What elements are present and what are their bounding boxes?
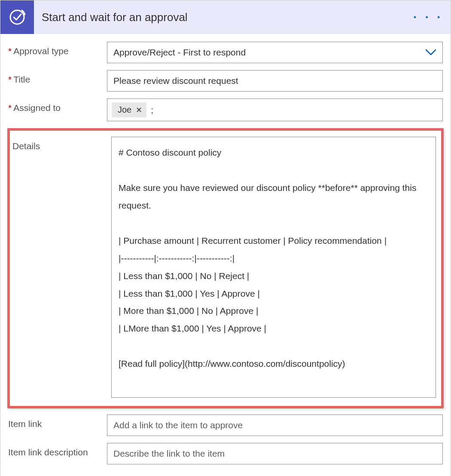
- row-approval-type: Approval type Approve/Reject - First to …: [8, 42, 443, 63]
- row-title: Title: [8, 70, 443, 92]
- label-assigned-to: Assigned to: [8, 98, 107, 113]
- label-details: Details: [10, 137, 111, 151]
- token-text: Joe: [118, 105, 131, 115]
- item-link-desc-input[interactable]: [107, 443, 443, 464]
- item-link-input[interactable]: [107, 415, 443, 436]
- label-approval-type: Approval type: [8, 42, 107, 56]
- card-title: Start and wait for an approval: [34, 11, 188, 24]
- card-header: Start and wait for an approval · · ·: [0, 0, 451, 34]
- token-separator: ;: [149, 105, 153, 115]
- chevron-down-icon: [425, 49, 436, 56]
- svg-point-0: [10, 10, 24, 24]
- row-assigned-to: Assigned to Joe ✕ ;: [8, 98, 443, 121]
- row-details-highlighted: Details: [7, 128, 444, 408]
- card-body: Approval type Approve/Reject - First to …: [0, 34, 451, 476]
- label-item-link-desc: Item link description: [8, 443, 107, 458]
- row-item-link-desc: Item link description: [8, 443, 443, 464]
- ellipsis-icon: · · ·: [413, 10, 443, 24]
- row-item-link: Item link: [8, 415, 443, 436]
- label-item-link: Item link: [8, 415, 107, 429]
- approval-type-value: Approve/Reject - First to respond: [113, 47, 246, 58]
- approval-type-select[interactable]: Approve/Reject - First to respond: [107, 42, 443, 63]
- approval-action-card: Start and wait for an approval · · · App…: [0, 0, 451, 476]
- assigned-to-token[interactable]: Joe ✕: [112, 102, 146, 117]
- details-textarea[interactable]: [111, 137, 436, 398]
- show-advanced-options-link[interactable]: Show advanced options: [8, 471, 118, 476]
- title-input[interactable]: [107, 70, 443, 92]
- approval-icon: [0, 0, 34, 34]
- remove-token-icon[interactable]: ✕: [136, 105, 142, 115]
- card-menu-button[interactable]: · · ·: [413, 0, 443, 34]
- label-title: Title: [8, 70, 107, 85]
- assigned-to-input[interactable]: Joe ✕ ;: [107, 98, 443, 121]
